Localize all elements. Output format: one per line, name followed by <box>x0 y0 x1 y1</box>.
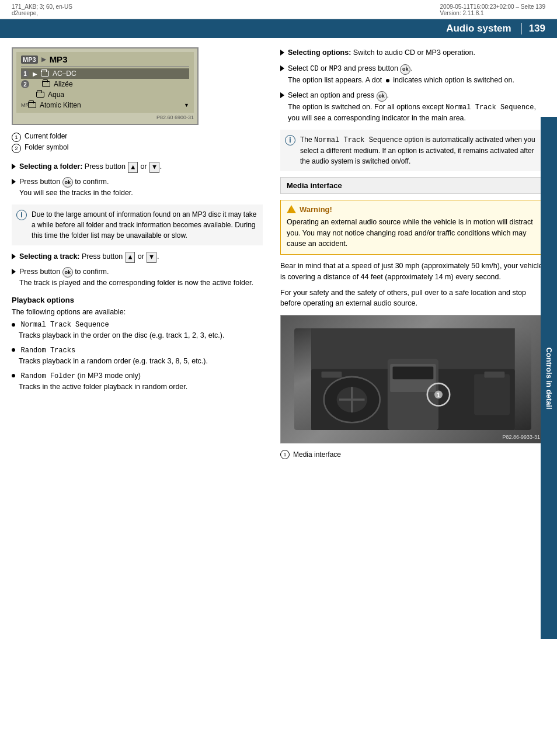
image-caption: 1 Media interface <box>280 449 545 459</box>
header-right-top: 2009-05-11T16:00:23+02:00 – Seite 139 <box>440 4 545 10</box>
option-desc-2: Tracks playback in a random order (e.g. … <box>19 357 208 365</box>
mp3-row-4: MR Atomic Kitten ▼ <box>21 100 189 110</box>
right-bold-1: Selecting options: <box>288 48 351 57</box>
svg-rect-12 <box>474 374 510 415</box>
down-button-2: ▼ <box>147 252 156 263</box>
right-info-text: The Normal Track Sequence option is auto… <box>300 134 541 167</box>
car-image-caption: P82.86-9933-31 <box>502 434 540 440</box>
right-bullet-2: Select CD or MP3 and press button ok. Th… <box>280 63 545 86</box>
right-bullet-arrow-2 <box>280 65 284 71</box>
bullet-arrow-1 <box>12 164 16 169</box>
mp3-row-2: 2 Alizée <box>21 79 189 89</box>
option-suffix-3: (in MP3 mode only) <box>78 372 141 380</box>
warning-para-1: Bear in mind that at a speed of just 30 … <box>280 261 545 283</box>
mp3-header-label: MP3 <box>50 54 68 64</box>
mp3-row-1: 1 ▶ AC–DC <box>21 68 189 79</box>
info-icon-1: i <box>16 210 27 220</box>
page-number: 139 <box>521 23 545 34</box>
option-desc-1: Tracks playback in the order on the disc… <box>19 331 224 339</box>
legend: 1 Current folder 2 Folder symbol <box>12 132 263 153</box>
warning-label: Warning! <box>300 205 332 214</box>
header-right: 2009-05-11T16:00:23+02:00 – Seite 139 Ve… <box>440 4 545 16</box>
header-right-bottom: Version: 2.11.8.1 <box>440 10 545 16</box>
up-button: ▲ <box>128 162 138 173</box>
options-intro: The following options are available: <box>12 308 263 316</box>
selecting-track-section: Selecting a track: Press button ▲ or ▼. … <box>12 251 263 289</box>
bullet-selecting-track: Selecting a track: Press button ▲ or ▼. <box>12 251 263 263</box>
ok-button-3: ok <box>400 64 410 75</box>
option-random-folder: Random Folder (in MP3 mode only) Tracks … <box>12 370 263 393</box>
info-box-1: i Due to the large amount of information… <box>12 204 263 245</box>
legend-label-2: Folder symbol <box>25 143 68 151</box>
bullet-arrow-3 <box>12 254 16 259</box>
code-cd: CD <box>310 65 318 73</box>
side-label: Controls in detail <box>545 347 553 409</box>
legend-label-1: Current folder <box>25 132 67 140</box>
right-column: Selecting options: Switch to audio CD or… <box>274 47 557 459</box>
down-button: ▼ <box>149 162 159 173</box>
folder-icon-3 <box>36 92 44 98</box>
option-bullet-3 <box>12 374 15 377</box>
option-normal-track: Normal Track Sequence Tracks playback in… <box>12 319 263 341</box>
legend-item-2: 2 Folder symbol <box>12 143 263 153</box>
left-column: MP3 ▶ MP3 1 ▶ AC–DC 2 Alizée <box>0 47 274 459</box>
bold-text-2: Selecting a track: <box>19 252 80 261</box>
code-normal: Normal Track Sequence <box>445 103 534 112</box>
right-bullet-1: Selecting options: Switch to audio CD or… <box>280 47 545 58</box>
option-desc-3: Tracks in the active folder playback in … <box>19 383 187 391</box>
page-title: Audio system <box>446 23 511 34</box>
mp3-track-name-3: Aqua <box>48 91 64 99</box>
car-svg: 1 <box>294 328 532 430</box>
mp3-track-name-1: AC–DC <box>53 70 76 78</box>
mp3-row-num-1: 1 <box>21 70 29 78</box>
bullet-arrow-2 <box>12 179 16 185</box>
info-text-1: Due to the large amount of information f… <box>32 209 258 241</box>
bullet-selecting-folder: Selecting a folder: Press button ▲ or ▼. <box>12 161 263 173</box>
info-icon-2: i <box>285 135 295 145</box>
bullet-text-selecting-track: Selecting a track: Press button ▲ or ▼. <box>19 251 159 263</box>
warning-box: Warning! Operating an external audio sou… <box>280 200 545 255</box>
up-button-2: ▲ <box>126 252 135 263</box>
right-bullet-text-3: Select an option and press ok. The optio… <box>288 90 545 124</box>
right-info-box: i The Normal Track Sequence option is au… <box>280 130 545 171</box>
legend-num-1: 1 <box>12 133 21 142</box>
right-bullet-arrow-3 <box>280 92 284 98</box>
dot-indicator <box>386 79 389 82</box>
mp3-caption: P82.60 6900-31 <box>16 115 194 120</box>
warning-text: Operating an external audio source while… <box>287 217 539 249</box>
page-header: 171_AKB; 3; 60, en-US d2ureepe, 2009-05-… <box>0 0 557 19</box>
option-name-2: Random Tracks <box>20 346 75 355</box>
warning-triangle-icon <box>287 205 296 213</box>
playback-options-section: Playback options The following options a… <box>12 296 263 392</box>
mp3-row-3: Aqua <box>21 89 189 100</box>
svg-rect-8 <box>392 366 433 379</box>
image-caption-label: Media interface <box>293 450 341 459</box>
ok-button-1: ok <box>62 177 73 188</box>
header-left-top: 171_AKB; 3; 60, en-US <box>12 4 72 10</box>
main-content: MP3 ▶ MP3 1 ▶ AC–DC 2 Alizée <box>0 38 557 459</box>
mp3-track-name-4: Atomic Kitten <box>40 101 81 109</box>
title-bar-content: Audio system 139 <box>446 23 545 34</box>
right-bullet-3: Select an option and press ok. The optio… <box>280 90 545 124</box>
mp3-track-name-2: Alizée <box>54 80 73 88</box>
car-image: 1 P82.86-9933-31 <box>280 315 545 443</box>
svg-rect-14 <box>484 372 504 377</box>
option-name-1: Normal Track Sequence <box>20 321 109 329</box>
ok-button-2: ok <box>62 267 73 278</box>
mp3-icon: MP3 <box>21 56 38 64</box>
folder-icon-2 <box>42 81 50 87</box>
bold-text-1: Selecting a folder: <box>19 162 82 171</box>
folder-icon-4 <box>28 102 36 108</box>
right-bullet-text-1: Selecting options: Switch to audio CD or… <box>288 47 475 58</box>
bullet-text-selecting-folder: Selecting a folder: Press button ▲ or ▼. <box>19 161 162 173</box>
right-bullet-arrow-1 <box>280 50 284 56</box>
folder-icon-1 <box>41 71 49 77</box>
mp3-screen-header: MP3 ▶ MP3 <box>21 54 189 67</box>
svg-rect-13 <box>321 372 342 377</box>
option-random-tracks: Random Tracks Tracks playback in a rando… <box>12 345 263 367</box>
bullet-arrow-4 <box>12 269 16 275</box>
mp3-screen: MP3 ▶ MP3 1 ▶ AC–DC 2 Alizée <box>12 47 199 125</box>
header-left: 171_AKB; 3; 60, en-US d2ureepe, <box>12 4 72 16</box>
car-image-inner: 1 <box>294 328 532 430</box>
bullet-press-ok-track: Press button ok to confirm. The track is… <box>12 266 263 289</box>
